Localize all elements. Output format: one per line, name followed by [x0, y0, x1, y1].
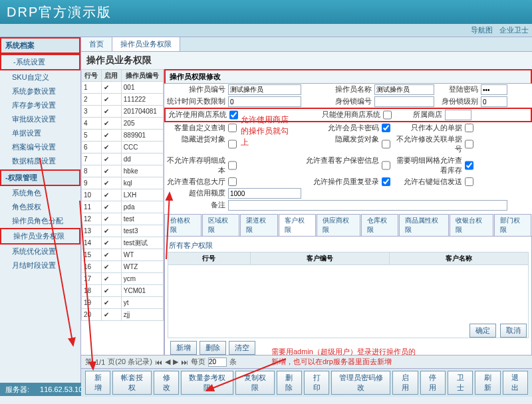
enterprise-link[interactable]: 企业卫士 [499, 25, 529, 35]
allow-sms-checkbox[interactable] [465, 177, 473, 187]
sidebar-item[interactable]: -系统设置 [0, 54, 80, 70]
table-row[interactable]: 12✔test [82, 213, 164, 225]
op-code-input[interactable] [228, 84, 301, 95]
credit-input[interactable] [228, 188, 301, 199]
sidebar-item[interactable]: 单据设置 [0, 126, 80, 140]
sidebar-item[interactable]: 操作员角色分配 [0, 214, 80, 228]
tab-home[interactable]: 首页 [81, 37, 112, 51]
sidebar-item[interactable]: 系统优化设置 [0, 245, 80, 258]
action-button[interactable]: 删除 [277, 371, 302, 395]
action-button[interactable]: 管理员密码修改 [331, 371, 390, 395]
stat-days-input[interactable] [228, 96, 301, 107]
action-button[interactable]: 打印 [304, 371, 329, 395]
hide-pur-checkbox[interactable] [228, 134, 237, 154]
inner-del-button[interactable]: 删除 [200, 341, 226, 355]
action-button[interactable]: 数量参考权限 [181, 371, 233, 395]
allow-shop-checkbox[interactable] [229, 110, 238, 120]
sidebar-item[interactable]: 月结时段设置 [0, 258, 80, 272]
table-row[interactable]: 17✔ycm [82, 273, 164, 285]
sub-tab[interactable]: 客户权限 [279, 214, 316, 236]
action-button[interactable]: 帐套授权 [112, 371, 152, 395]
table-row[interactable]: 5✔889901 [82, 130, 164, 142]
pager-first-icon[interactable]: ⏮ [155, 358, 162, 366]
allow-card-checkbox[interactable] [382, 123, 390, 133]
allow-view-hall-checkbox[interactable] [228, 177, 237, 187]
pager-last-icon[interactable]: ⏭ [181, 358, 188, 366]
sidebar-item[interactable]: SKU自定义 [0, 70, 80, 84]
action-button[interactable]: 刷新 [475, 371, 500, 395]
id-lock-input[interactable] [374, 96, 434, 107]
table-row[interactable]: 15✔WT [82, 249, 164, 261]
no-ord-cost-checkbox[interactable] [228, 155, 237, 175]
table-row[interactable]: 9✔kql [82, 177, 164, 189]
allow-view-sec-label: 允许查看客户保密信息 [250, 155, 382, 175]
remark-input[interactable] [228, 200, 507, 211]
sub-tab[interactable]: 区域权限 [202, 214, 239, 236]
sub-tab[interactable]: 收银台权限 [450, 214, 493, 236]
page-title: 操作员业务权限 [81, 52, 532, 69]
cust-query-checkbox[interactable] [228, 123, 237, 133]
sidebar-item[interactable]: 系统角色 [0, 186, 80, 200]
table-row[interactable]: 13✔test3 [82, 225, 164, 237]
table-row[interactable]: 10✔LXH [82, 189, 164, 201]
store-input[interactable] [445, 110, 471, 120]
sub-tab[interactable]: 部门权限 [494, 214, 531, 236]
table-row[interactable]: 3✔201704081 [82, 106, 164, 118]
allow-relogin-checkbox[interactable] [382, 177, 390, 187]
action-button[interactable]: 复制权限 [235, 371, 275, 395]
ok-button[interactable]: 确定 [469, 324, 496, 338]
per-page-input[interactable] [208, 357, 227, 367]
table-row[interactable]: 6✔CCC [82, 142, 164, 153]
inner-clear-button[interactable]: 清空 [229, 341, 255, 355]
operator-grid[interactable]: 行号启用操作员编号1✔0012✔1112223✔2017040814✔2055✔… [81, 69, 164, 355]
action-button[interactable]: 退出 [503, 371, 528, 395]
need-detail-checkbox[interactable] [465, 155, 473, 175]
login-pwd-input[interactable] [481, 84, 507, 95]
sidebar-group-perm[interactable]: -权限管理 [0, 169, 80, 186]
sidebar-item[interactable]: 数据精度设置 [0, 154, 80, 168]
table-row[interactable]: 20✔zjj [82, 309, 164, 321]
only-shop-checkbox[interactable] [383, 110, 392, 120]
table-row[interactable]: 11✔pda [82, 201, 164, 213]
sidebar-item[interactable]: 角色授权 [0, 200, 80, 214]
no-mod-assoc-checkbox[interactable] [465, 134, 473, 154]
sidebar-item[interactable]: 库存参考设置 [0, 98, 80, 112]
only-self-checkbox[interactable] [465, 123, 473, 133]
op-name-input[interactable] [374, 84, 434, 95]
table-row[interactable]: 7✔dd [82, 153, 164, 165]
cancel-button[interactable]: 取消 [500, 324, 527, 338]
table-row[interactable]: 1✔001 [82, 82, 164, 94]
sub-tab[interactable]: 仓库权限 [361, 214, 398, 236]
table-row[interactable]: 2✔111222 [82, 94, 164, 106]
sidebar-item[interactable]: 操作员业务权限 [0, 228, 80, 245]
pager-next-icon[interactable]: ▶ [173, 357, 178, 366]
sub-tab[interactable]: 商品属性权限 [399, 214, 449, 236]
table-row[interactable]: 14✔test测试 [82, 237, 164, 249]
action-button[interactable]: 启用 [392, 371, 418, 395]
action-button[interactable]: 新增 [85, 371, 110, 395]
id-level-input[interactable] [481, 96, 507, 107]
table-row[interactable]: 8✔hbke [82, 165, 164, 177]
table-row[interactable]: 18✔YCM01 [82, 285, 164, 297]
op-name-label: 操作员名称 [301, 84, 374, 95]
action-button[interactable]: 停用 [420, 371, 446, 395]
sidebar-group-system[interactable]: 系统档案 [0, 37, 80, 54]
table-row[interactable]: 16✔WTZ [82, 261, 164, 273]
table-row[interactable]: 19✔yt [82, 297, 164, 309]
sub-tab[interactable]: 价格权限 [164, 214, 201, 236]
no-ord-cost-label: 不允许库存明细成本 [167, 155, 228, 175]
sidebar-item[interactable]: 档案编号设置 [0, 140, 80, 154]
action-button[interactable]: 修改 [154, 371, 179, 395]
hide-send-checkbox[interactable] [382, 134, 390, 154]
allow-view-sec-checkbox[interactable] [382, 155, 390, 175]
sidebar-item[interactable]: 系统参数设置 [0, 84, 80, 98]
inner-add-button[interactable]: 新增 [170, 341, 197, 355]
tab-operator-perm[interactable]: 操作员业务权限 [112, 37, 180, 51]
sub-tab[interactable]: 渠道权限 [240, 214, 277, 236]
nav-map-link[interactable]: 导航图 [471, 25, 493, 35]
sub-tab[interactable]: 供应商权限 [317, 214, 360, 236]
action-button[interactable]: 卫士 [448, 371, 473, 395]
pager-prev-icon[interactable]: ◀ [165, 357, 170, 366]
sidebar-item[interactable]: 审批级次设置 [0, 112, 80, 126]
table-row[interactable]: 4✔205 [82, 118, 164, 130]
